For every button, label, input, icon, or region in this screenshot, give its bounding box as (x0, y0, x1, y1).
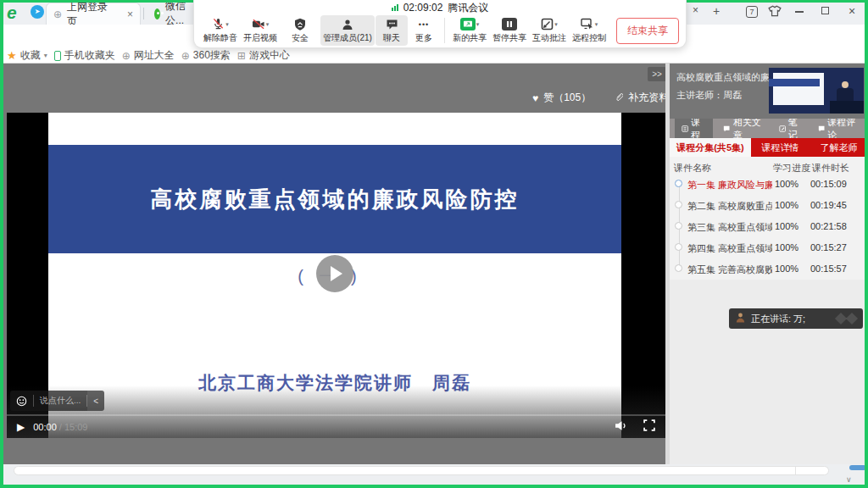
shield-icon (294, 18, 306, 30)
sidebar-expand-button[interactable]: >> (648, 67, 666, 81)
mic-muted-icon (212, 18, 225, 30)
note-pencil-icon (779, 125, 786, 133)
video-time: 00:00 / 15:09 (33, 422, 87, 432)
emoji-smiley-icon[interactable] (10, 391, 33, 411)
danmaku-placeholder[interactable]: 说点什么... (34, 391, 86, 411)
tab-close-icon[interactable]: × (127, 8, 133, 20)
play-button[interactable] (316, 255, 353, 292)
grid-icon: ⊞ (237, 50, 246, 62)
manage-members-button[interactable]: 管理成员(21) (320, 15, 375, 46)
column-header: 课件名称 (674, 162, 711, 175)
start-video-button[interactable]: ▾ 开启视频 (241, 15, 280, 46)
thumbnail-slide (773, 73, 824, 105)
episode-row[interactable]: 第五集 完善高校腐败重点... 100% 00:15:57 (670, 258, 868, 280)
statusbar-chevron-icon[interactable]: ∨ (846, 475, 852, 484)
episode-progress: 100% (775, 242, 798, 252)
bookmark-360-search[interactable]: ⊕ 360搜索 (181, 48, 231, 63)
speaking-indicator[interactable]: 正在讲话: 万; (729, 308, 863, 329)
share-border-left (0, 0, 3, 488)
unmute-button[interactable]: ▾ 解除静音 (201, 15, 240, 46)
pause-share-button[interactable]: 暂停共享 (490, 15, 529, 46)
episode-progress: 100% (775, 263, 798, 274)
chat-icon (386, 19, 398, 30)
meeting-app-name: 腾讯会议 (448, 1, 488, 15)
chat-button[interactable]: 聊天 (376, 15, 408, 46)
time-total: 15:09 (64, 422, 88, 432)
new-share-icon (460, 18, 476, 30)
tab-login-page[interactable]: ⊕ 上网登录页 × (46, 3, 141, 25)
bookmark-site-directory[interactable]: ⊕ 网址大全 (122, 48, 175, 63)
episode-row[interactable]: 第三集 高校重点领域腐败... 100% 00:21:58 (670, 216, 868, 237)
globe-icon: ⊕ (122, 50, 131, 62)
caret-down-icon[interactable]: ▾ (225, 21, 229, 28)
horizontal-scrollbar-thumb[interactable] (849, 465, 866, 470)
subtab-course-details[interactable]: 课程详情 (751, 138, 810, 157)
materials-link[interactable]: 补充资料 (628, 91, 669, 105)
bookmarks-bar: ★ 收藏 ▾ 手机收藏夹 ⊕ 网址大全 ⊕ 360搜索 ⊞ 游戏中心 (0, 48, 868, 64)
more-button[interactable]: ••• 更多 (409, 15, 439, 46)
bookmark-label: 360搜索 (193, 48, 231, 63)
end-share-button[interactable]: 结束共享 (616, 18, 679, 44)
window-close-icon[interactable]: × (849, 4, 855, 18)
episode-duration: 00:19:45 (810, 200, 847, 210)
watermark-shapes (837, 314, 856, 323)
annotate-button[interactable]: ▾ 互动批注 (530, 15, 569, 46)
caret-down-icon[interactable]: ▾ (266, 21, 270, 28)
collapse-left-icon[interactable]: < (87, 391, 104, 411)
caret-down-icon[interactable]: ▾ (554, 21, 558, 28)
course-action-row: ♥ 赞（105） 补充资料 (532, 91, 669, 105)
caret-down-icon[interactable]: ▾ (476, 21, 480, 28)
window-maximize-icon[interactable] (821, 7, 829, 14)
episode-row[interactable]: 第二集 高校腐败重点领域... 100% 00:19:45 (670, 195, 868, 216)
meeting-status-row: 02:09:02 腾讯会议 (194, 0, 686, 15)
bookmark-favorites[interactable]: ★ 收藏 ▾ (7, 48, 47, 63)
slide-title-banner: 高校腐败重点领域的廉政风险防控 (48, 145, 621, 253)
theme-shirt-icon[interactable] (768, 5, 782, 20)
subtab-episodes[interactable]: 课程分集(共5集) (670, 138, 751, 157)
subtab-about-teacher[interactable]: 了解老师 (810, 138, 868, 157)
tab-count-badge[interactable]: 7 (746, 6, 758, 18)
bookmark-label: 游戏中心 (249, 48, 290, 63)
caret-down-icon[interactable]: ▾ (595, 21, 598, 28)
episode-list: 第一集 廉政风险与廉政风... 100% 00:15:09 第二集 高校腐败重点… (670, 174, 868, 280)
remote-control-icon (581, 18, 594, 30)
video-thumbnail[interactable] (769, 68, 864, 114)
episode-status-icon (675, 201, 682, 208)
toolbar-divider (444, 18, 445, 43)
volume-icon[interactable] (615, 419, 628, 435)
comment-bubble-icon (818, 125, 825, 133)
play-icon[interactable]: ▶ (17, 421, 25, 433)
bookmark-phone-favorites[interactable]: 手机收藏夹 (54, 48, 115, 63)
share-border-bottom (0, 485, 868, 488)
annotate-icon (541, 18, 554, 30)
meeting-timer: 02:09:02 (403, 2, 443, 14)
new-share-button[interactable]: ▾ 新的共享 (450, 15, 489, 46)
new-tab-button[interactable]: + (713, 4, 720, 18)
danmaku-input-bar[interactable]: 说点什么... < (10, 391, 104, 411)
tab-close-icon[interactable]: × (693, 4, 698, 16)
remote-control-button[interactable]: ▾ 远程控制 (570, 15, 609, 46)
bookmark-label: 收藏 (20, 48, 41, 63)
signal-icon (392, 4, 398, 11)
globe-icon: ⊕ (181, 50, 190, 62)
star-icon: ★ (7, 49, 17, 62)
security-button[interactable]: 安全 (281, 15, 320, 46)
horizontal-scrollbar-track[interactable] (14, 466, 829, 475)
episode-status-icon (675, 264, 682, 272)
fullscreen-icon[interactable] (643, 419, 655, 435)
episode-row[interactable]: 第四集 高校重点领域廉政... 100% 00:15:27 (670, 237, 868, 258)
episode-duration: 00:15:27 (810, 242, 847, 252)
heart-icon[interactable]: ♥ (532, 92, 538, 104)
tab-wechat[interactable]: 微信公... (147, 3, 193, 25)
like-count[interactable]: 赞（105） (543, 91, 591, 105)
browser-logo-icon[interactable]: e (7, 3, 17, 23)
video-player[interactable]: 高校腐败重点领域的廉政风险防控 (一) 北京工商大学法学院讲师 周磊 说点什么.… (7, 113, 665, 438)
episode-progress: 100% (775, 200, 798, 210)
messenger-app-icon[interactable]: ➤ (31, 5, 44, 19)
window-minimize-icon[interactable] (795, 11, 804, 13)
episode-row[interactable]: 第一集 廉政风险与廉政风... 100% 00:15:09 (670, 174, 868, 195)
bookmark-game-center[interactable]: ⊞ 游戏中心 (237, 48, 290, 63)
episode-table: 课件名称 学习进度 课件时长 第一集 廉政风险与廉政风... 100% 00:1… (670, 157, 868, 280)
episode-name: 第三集 高校重点领域腐败... (687, 221, 772, 234)
wechat-icon (154, 8, 160, 19)
